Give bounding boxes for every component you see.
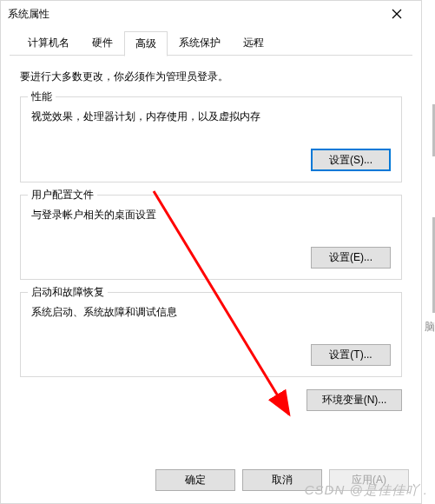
close-button[interactable] xyxy=(379,2,414,26)
tab-strip: 计算机名 硬件 高级 系统保护 远程 xyxy=(1,27,421,56)
background-text-fragment: 脑 xyxy=(425,320,435,335)
environment-variables-button[interactable]: 环境变量(N)... xyxy=(306,389,402,411)
ok-button[interactable]: 确定 xyxy=(155,469,235,491)
system-properties-window: 系统属性 计算机名 硬件 高级 系统保护 远程 要进行大多数更改，你必须作为管理… xyxy=(0,0,422,504)
tab-computer-name[interactable]: 计算机名 xyxy=(16,30,81,56)
admin-notice: 要进行大多数更改，你必须作为管理员登录。 xyxy=(20,70,402,84)
cancel-button[interactable]: 取消 xyxy=(242,469,322,491)
group-startup-recovery-desc: 系统启动、系统故障和调试信息 xyxy=(31,305,391,320)
close-icon xyxy=(392,9,402,19)
tab-system-protection[interactable]: 系统保护 xyxy=(168,30,232,56)
performance-settings-button[interactable]: 设置(S)... xyxy=(311,149,391,171)
startup-recovery-settings-button[interactable]: 设置(T)... xyxy=(311,344,391,366)
group-performance-title: 性能 xyxy=(28,90,56,104)
group-startup-recovery-title: 启动和故障恢复 xyxy=(28,285,108,300)
tab-advanced[interactable]: 高级 xyxy=(124,31,168,56)
window-title: 系统属性 xyxy=(8,7,379,22)
group-performance: 性能 视觉效果，处理器计划，内存使用，以及虚拟内存 设置(S)... xyxy=(20,96,402,182)
tab-hardware[interactable]: 硬件 xyxy=(81,30,124,56)
titlebar: 系统属性 xyxy=(1,1,421,27)
dialog-buttons: 确定 取消 应用(A) xyxy=(1,469,421,503)
apply-button: 应用(A) xyxy=(329,469,409,491)
background-window-edge xyxy=(425,104,435,278)
group-performance-desc: 视觉效果，处理器计划，内存使用，以及虚拟内存 xyxy=(31,109,391,124)
user-profiles-settings-button[interactable]: 设置(E)... xyxy=(311,247,391,269)
group-user-profiles: 用户配置文件 与登录帐户相关的桌面设置 设置(E)... xyxy=(20,195,402,280)
tab-content-advanced: 要进行大多数更改，你必须作为管理员登录。 性能 视觉效果，处理器计划，内存使用，… xyxy=(1,56,421,469)
tab-remote[interactable]: 远程 xyxy=(232,30,275,56)
group-user-profiles-desc: 与登录帐户相关的桌面设置 xyxy=(31,208,391,222)
group-startup-recovery: 启动和故障恢复 系统启动、系统故障和调试信息 设置(T)... xyxy=(20,292,402,377)
group-user-profiles-title: 用户配置文件 xyxy=(28,188,97,202)
